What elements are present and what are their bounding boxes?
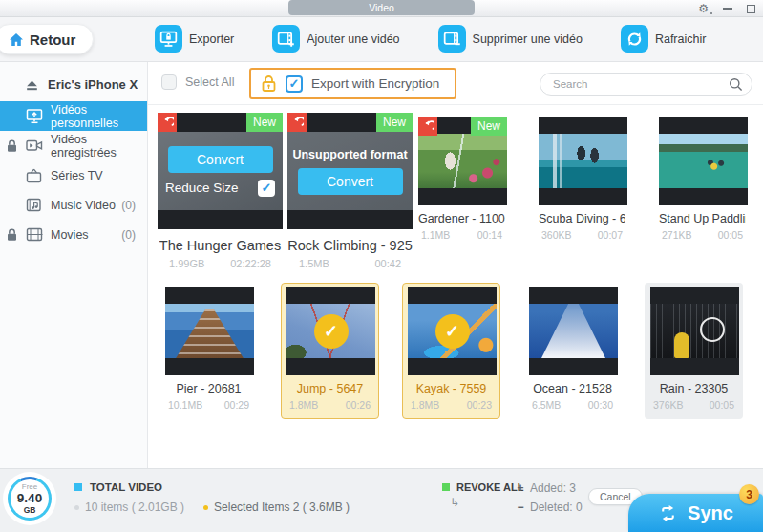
toolbar-button-refresh[interactable]: Rafraichir [621,25,707,53]
convert-button[interactable]: Convert [298,168,403,195]
video-thumbnail[interactable]: NewUnsupported formatConvert [287,113,413,229]
undo-badge[interactable] [287,113,307,132]
reduce-size-checkbox[interactable]: ✓ [258,180,275,197]
video-size: 6.5MB [532,399,561,411]
video-duration: 00:14 [477,229,502,241]
video-card[interactable]: NewConvertReduce Size✓The Hunger Games1.… [158,113,283,269]
video-title: Gardener - 11006 [418,212,505,225]
toolbar-buttons: ExporterAjouter une vidéoSupprimer une v… [155,25,706,53]
video-thumbnail[interactable]: ✓ [286,287,375,375]
selected-check-icon[interactable]: ✓ [435,314,470,349]
titlebar: Video ⚙ [0,0,763,17]
sidebar-item-recorded-videos[interactable]: Vidéos enregistrées [0,131,147,160]
video-meta: 376KB00:05 [650,399,737,411]
new-badge: New [471,117,507,136]
sync-badge: 3 [739,484,759,504]
video-thumbnail[interactable]: New [418,117,507,205]
video-thumbnail[interactable] [165,287,254,375]
sync-label: Sync [688,502,733,524]
video-duration: 00:29 [224,399,249,411]
thumbnail-art [650,304,739,358]
video-card[interactable]: ✓Jump - 56471.8MB00:26 [281,283,379,419]
free-unit: GB [24,506,36,515]
encryption-checkbox[interactable]: ✓ [286,75,303,93]
thumbnail-art [539,134,627,188]
device-name: Eric's iPhone X [48,77,138,92]
toolbar-button-remove[interactable]: Supprimer une vidéo [438,25,583,53]
free-space-gauge: Free 9.40 GB [8,477,52,521]
video-title: Stand Up Paddling -... [659,212,746,225]
footer: Free 9.40 GB TOTAL VIDEO 10 items ( 2.01… [0,468,763,532]
music-video-icon [25,198,43,213]
sidebar-item-movies[interactable]: Movies(0) [0,220,147,249]
device-row[interactable]: Eric's iPhone X [0,72,147,101]
convert-overlay: Unsupported formatConvert [287,132,413,210]
video-card[interactable]: Stand Up Paddling -...271KB00:05 [653,113,752,249]
video-title: Rock Climbing - 925 [287,238,413,253]
sidebar-item-music-video[interactable]: Music Video(0) [0,190,147,220]
video-size: 1.5MB [299,258,329,269]
remove-video-icon [438,25,466,53]
video-card[interactable]: Rain - 23305376KB00:05 [645,283,743,419]
video-meta: 1.8MB00:23 [408,399,495,411]
video-card[interactable]: ✓Kayak - 75591.8MB00:23 [402,283,500,419]
tv-icon [25,168,43,183]
totals-block: TOTAL VIDEO 10 items ( 2.01GB ) Selected… [74,481,350,514]
total-video-label: TOTAL VIDEO [90,481,162,493]
content-panel: Select All ✓ Export with Encryption NewC… [148,62,763,468]
video-card[interactable]: NewGardener - 110061.1MB00:14 [413,113,511,249]
video-thumbnail[interactable] [659,117,748,205]
video-thumbnail[interactable] [539,117,627,205]
back-label: Retour [30,32,75,48]
back-button[interactable]: Retour [0,24,94,54]
video-thumbnail[interactable] [650,287,739,375]
thumbnail-art [165,304,254,358]
video-size: 1.8MB [411,399,439,411]
window-title: Video [288,0,475,15]
free-value: 9.40 [17,492,42,505]
video-thumbnail[interactable]: NewConvertReduce Size✓ [158,113,283,229]
thumbnail-art [418,134,507,188]
toolbar-button-label: Exporter [189,32,234,46]
maximize-button[interactable] [747,5,755,13]
select-all[interactable]: Select All [161,74,234,90]
sidebar: Eric's iPhone X Vidéos personnellesVidéo… [0,62,148,468]
eject-icon[interactable] [25,78,39,92]
sidebar-item-label: Séries TV [51,169,103,182]
video-card[interactable]: Scuba Diving - 699360KB00:07 [533,113,631,249]
minimize-button[interactable] [723,8,732,10]
sidebar-item-personal-videos[interactable]: Vidéos personnelles [0,101,147,131]
select-all-checkbox[interactable] [161,74,177,90]
revoke-arrow-icon: ↳ [450,496,524,509]
video-size: 1.99GB [169,258,204,269]
unsupported-format-label: Unsupported format [292,148,407,161]
lock-icon [6,228,18,242]
export-with-encryption[interactable]: ✓ Export with Encryption [249,68,456,99]
video-card[interactable]: NewUnsupported formatConvertRock Climbin… [287,113,413,269]
video-title: Jump - 5647 [286,382,373,395]
search-icon[interactable] [729,77,743,92]
sync-icon [658,503,678,523]
video-title: Ocean - 21528 [529,382,616,395]
sidebar-item-label: Music Video [51,199,116,212]
settings-gear-icon[interactable]: ⚙ [698,1,709,16]
search-box [540,73,752,96]
search-input[interactable] [540,78,729,90]
toolbar-button-add[interactable]: Ajouter une vidéo [272,25,399,53]
video-card[interactable]: Ocean - 215286.5MB00:30 [523,283,622,419]
toolbar-button-export[interactable]: Exporter [155,25,234,53]
video-thumbnail[interactable] [529,287,618,375]
deleted-count: Deleted: 0 [530,500,583,514]
convert-button[interactable]: Convert [168,146,273,173]
sidebar-item-tv-series[interactable]: Séries TV [0,160,147,190]
sidebar-item-label: Vidéos enregistrées [51,133,147,160]
revoke-all-button[interactable]: REVOKE ALL ↳ [442,481,524,509]
video-card[interactable]: Pier - 2068110.1MB00:29 [159,283,258,419]
undo-badge[interactable] [158,113,177,132]
video-thumbnail[interactable]: ✓ [408,287,497,375]
undo-badge[interactable] [418,117,437,136]
monitor-upload-icon [25,108,43,124]
video-meta: 271KB00:05 [659,229,746,241]
thumbnail-art [529,304,618,358]
selected-check-icon[interactable]: ✓ [314,314,349,349]
